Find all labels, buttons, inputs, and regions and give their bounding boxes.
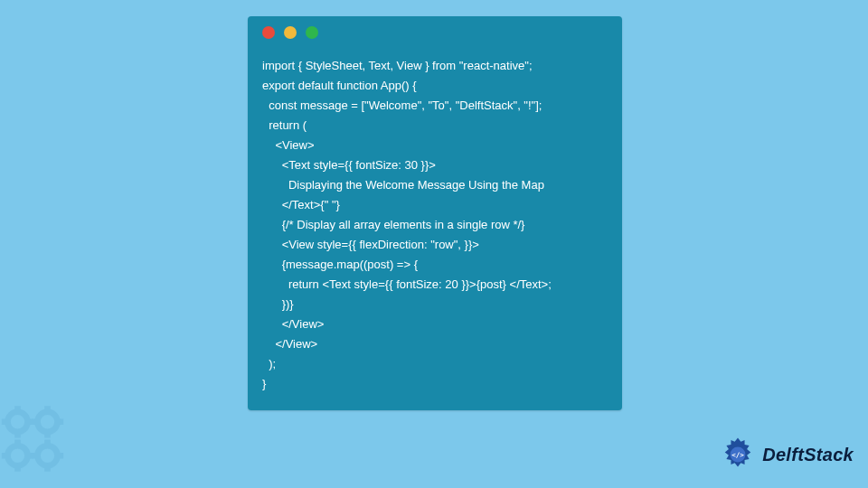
close-icon[interactable] <box>262 26 275 39</box>
svg-point-1 <box>38 412 58 432</box>
code-line: </Text>{" "} <box>262 198 340 211</box>
code-line: const message = ["Welcome", "To", "Delft… <box>262 99 542 112</box>
window-titlebar <box>248 16 622 49</box>
code-line: return <Text style={{ fontSize: 20 }}>{p… <box>262 277 552 291</box>
code-line: } <box>262 377 266 390</box>
code-line: export default function App() { <box>262 79 417 92</box>
code-line: </View> <box>262 317 324 331</box>
code-line: Displaying the Welcome Message Using the… <box>262 178 544 192</box>
code-line: return ( <box>262 118 307 132</box>
background-gear-icon <box>0 394 92 488</box>
code-line: ); <box>262 357 276 371</box>
brand-name: DelftStack <box>762 445 854 465</box>
minimize-icon[interactable] <box>284 26 297 39</box>
svg-point-2 <box>8 446 28 465</box>
svg-point-3 <box>38 446 58 465</box>
code-block: import { StyleSheet, Text, View } from "… <box>248 49 622 398</box>
svg-text:</>: </> <box>731 451 744 459</box>
code-line: <Text style={{ fontSize: 30 }}> <box>262 158 436 172</box>
brand-logo: </> DelftStack <box>719 436 854 474</box>
maximize-icon[interactable] <box>306 26 318 39</box>
code-window: import { StyleSheet, Text, View } from "… <box>248 16 622 410</box>
code-line: {/* Display all array elements in a sing… <box>262 218 524 231</box>
code-line: import { StyleSheet, Text, View } from "… <box>262 59 533 72</box>
canvas: import { StyleSheet, Text, View } from "… <box>0 0 868 488</box>
svg-point-0 <box>8 412 28 432</box>
code-line: {message.map((post) => { <box>262 258 418 271</box>
brand-icon: </> <box>719 436 757 474</box>
code-line: <View style={{ flexDirection: "row", }}> <box>262 238 479 251</box>
code-line: })} <box>262 297 294 311</box>
code-line: <View> <box>262 138 315 152</box>
code-line: </View> <box>262 337 317 351</box>
